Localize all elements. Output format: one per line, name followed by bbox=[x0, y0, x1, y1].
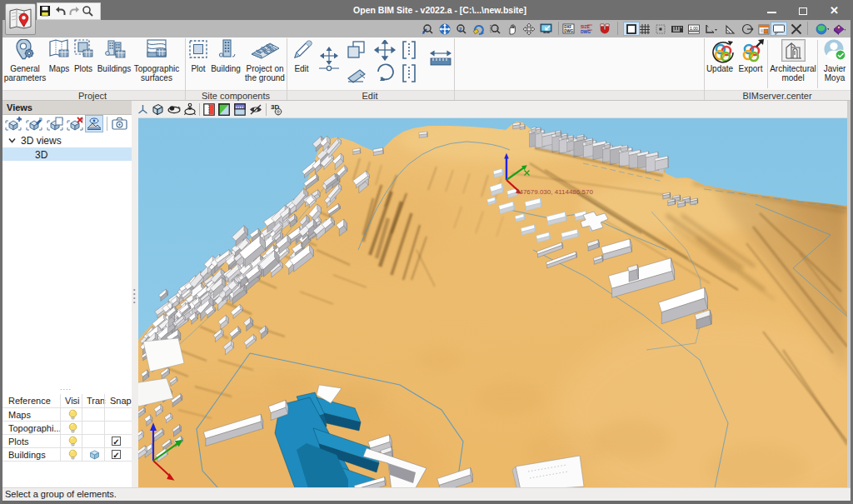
svg-text:2: 2 bbox=[459, 27, 462, 32]
svg-text:447679.030, 4114486.570: 447679.030, 4114486.570 bbox=[516, 188, 593, 196]
svg-text:1.00: 1.00 bbox=[690, 26, 698, 31]
svg-text:DWG: DWG bbox=[564, 29, 573, 33]
svg-text:3D: 3D bbox=[271, 103, 279, 111]
